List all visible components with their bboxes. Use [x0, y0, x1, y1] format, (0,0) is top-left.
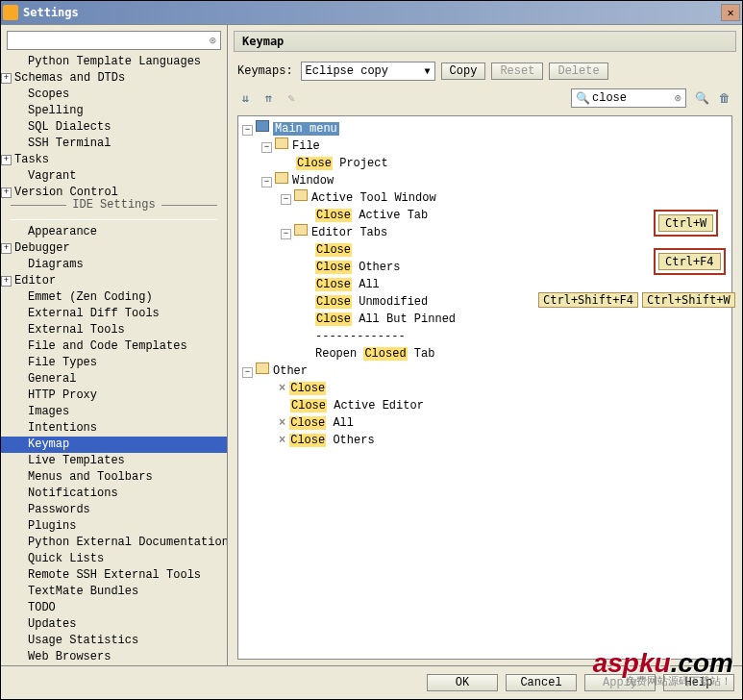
node-file[interactable]: File	[292, 139, 320, 153]
action-close-unmod[interactable]: Close Unmodified	[315, 295, 428, 309]
section-label: IDE Settings	[66, 198, 161, 212]
sidebar-item[interactable]: Menus and Toolbars	[1, 469, 227, 486]
sidebar-item-label: File and Code Templates	[28, 339, 187, 354]
node-window[interactable]: Window	[292, 174, 334, 188]
action-other-close-others[interactable]: Close Others	[289, 434, 374, 447]
action-other-close-editor[interactable]: Close Active Editor	[290, 399, 424, 412]
action-other-close-all[interactable]: Close All	[289, 416, 354, 430]
sidebar-item-label: Usage Statistics	[28, 634, 138, 648]
clear-filter-icon[interactable]: ⊗	[675, 91, 681, 106]
action-close-project[interactable]: Close Project	[296, 157, 388, 170]
sidebar-item[interactable]: +Editor	[1, 273, 227, 289]
keymap-tree[interactable]: −Main menu −File Close Project −Window −…	[237, 115, 732, 660]
sidebar-item[interactable]: Passwords	[1, 502, 227, 518]
clear-icon[interactable]: ⊗	[210, 34, 216, 48]
close-icon[interactable]: ✕	[721, 4, 740, 21]
expand-all-icon[interactable]: ⇊	[237, 90, 253, 106]
expander-icon[interactable]: +	[1, 188, 12, 198]
action-close-active-tab[interactable]: Close Active Tab	[315, 209, 428, 222]
sidebar-item[interactable]: SQL Dialects	[1, 119, 227, 136]
separator: -------------	[315, 330, 406, 343]
folder-icon	[256, 362, 269, 374]
expander-icon[interactable]: +	[1, 243, 12, 254]
expander-icon[interactable]: −	[281, 229, 291, 239]
copy-button[interactable]: Copy	[441, 62, 486, 80]
app-icon	[3, 5, 18, 20]
sidebar-item[interactable]: SSH Terminal	[1, 136, 227, 152]
sidebar-item[interactable]: External Diff Tools	[1, 306, 227, 322]
sidebar-item[interactable]: Diagrams	[1, 257, 227, 273]
action-close-all[interactable]: Close All	[315, 278, 380, 291]
sidebar-item[interactable]: Images	[1, 404, 227, 420]
sidebar-search[interactable]: ⊗	[7, 31, 221, 50]
expander-icon[interactable]: +	[1, 155, 12, 165]
sidebar-item[interactable]: Updates	[1, 616, 227, 633]
node-editor-tabs[interactable]: Editor Tabs	[311, 226, 387, 239]
sidebar-item-label: SSH Terminal	[28, 137, 111, 151]
expander-icon[interactable]: −	[261, 177, 272, 188]
sidebar-item-label: Passwords	[28, 503, 90, 517]
collapse-all-icon[interactable]: ⇈	[260, 90, 276, 106]
sidebar-search-input[interactable]	[12, 34, 210, 47]
sidebar-item[interactable]: Vagrant	[1, 168, 227, 185]
node-main-menu[interactable]: Main menu	[273, 122, 339, 136]
sidebar-item[interactable]: +Schemas and DTDs	[1, 70, 227, 87]
delete-button[interactable]: Delete	[549, 62, 607, 80]
expander-icon[interactable]: −	[281, 194, 291, 205]
action-filter[interactable]: 🔍 ⊗	[571, 88, 686, 108]
sidebar-item[interactable]: Web Browsers	[1, 649, 227, 665]
sidebar-item[interactable]: General	[1, 371, 227, 388]
find-by-shortcut-icon[interactable]: 🔍	[694, 90, 709, 106]
node-other[interactable]: Other	[273, 364, 308, 378]
sidebar-item-label: Appearance	[28, 225, 97, 239]
action-filter-input[interactable]	[592, 91, 675, 105]
expander-icon[interactable]: +	[1, 73, 12, 84]
sidebar-item[interactable]: Intentions	[1, 420, 227, 437]
sidebar-item[interactable]: Spelling	[1, 103, 227, 119]
sidebar-item[interactable]: Appearance	[1, 224, 227, 240]
cancel-button[interactable]: Cancel	[506, 674, 577, 691]
sidebar-item[interactable]: File Types	[1, 355, 227, 371]
action-reopen-closed[interactable]: Reopen Closed Tab	[315, 347, 434, 361]
sidebar-item-label: External Tools	[28, 323, 125, 338]
sidebar-item[interactable]: Live Templates	[1, 453, 227, 469]
sidebar-item-label: Menus and Toolbars	[28, 470, 153, 485]
sidebar-item[interactable]: Notifications	[1, 486, 227, 502]
folder-icon	[294, 224, 308, 236]
sidebar-item[interactable]: Scopes	[1, 87, 227, 103]
edit-shortcut-icon[interactable]: ✎	[284, 90, 299, 106]
sidebar-item[interactable]: Python Template Languages	[1, 54, 227, 70]
action-close-others[interactable]: Close Others	[315, 261, 400, 274]
sidebar-item[interactable]: Keymap	[1, 437, 227, 453]
sidebar-item-label: General	[28, 372, 76, 387]
expander-icon[interactable]: −	[242, 367, 253, 378]
sidebar-item[interactable]: File and Code Templates	[1, 338, 227, 355]
sidebar-item[interactable]: Usage Statistics	[1, 633, 227, 649]
sidebar-item[interactable]: Quick Lists	[1, 551, 227, 567]
sidebar-item-label: Emmet (Zen Coding)	[28, 290, 153, 305]
node-active-tool[interactable]: Active Tool Window	[311, 191, 436, 205]
sidebar-item[interactable]: Python External Documentation	[1, 535, 227, 551]
trash-icon[interactable]: 🗑	[717, 90, 732, 106]
search-icon: 🔍	[576, 91, 590, 106]
action-other-close[interactable]: Close	[289, 382, 326, 395]
sidebar-item[interactable]: +Debugger	[1, 240, 227, 257]
window-title: Settings	[23, 6, 721, 19]
expander-icon[interactable]: −	[242, 125, 253, 136]
reset-button[interactable]: Reset	[491, 62, 543, 80]
expander-icon[interactable]: −	[261, 142, 272, 153]
sidebar-item[interactable]: Remote SSH External Tools	[1, 567, 227, 584]
sidebar-item[interactable]: Emmet (Zen Coding)	[1, 289, 227, 306]
expander-icon[interactable]: +	[1, 276, 12, 287]
action-close-allbut[interactable]: Close All But Pinned	[315, 312, 456, 326]
sidebar-item[interactable]: Plugins	[1, 518, 227, 535]
sidebar-item[interactable]: TextMate Bundles	[1, 584, 227, 600]
sidebar-item[interactable]: HTTP Proxy	[1, 388, 227, 404]
sidebar-item[interactable]: +Tasks	[1, 152, 227, 168]
sidebar-item[interactable]: TODO	[1, 600, 227, 616]
keymaps-dropdown[interactable]: Eclipse copy ▼	[301, 62, 435, 81]
ok-button[interactable]: OK	[427, 674, 498, 691]
action-close[interactable]: Close	[315, 243, 352, 257]
settings-tree[interactable]: Python Template Languages+Schemas and DT…	[1, 52, 227, 665]
sidebar-item[interactable]: External Tools	[1, 322, 227, 338]
